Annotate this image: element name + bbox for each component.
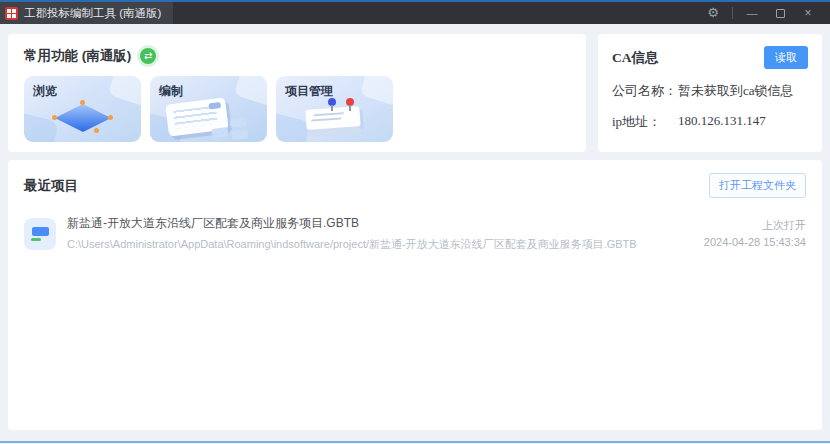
maximize-icon — [776, 9, 785, 18]
project-last-opened: 上次打开 2024-04-28 15:43:34 — [704, 217, 806, 251]
card-project-management-label: 项目管理 — [285, 83, 333, 100]
project-file-icon — [24, 218, 56, 250]
project-name: 新盐通-开放大道东沿线厂区配套及商业服务项目.GBTB — [67, 215, 637, 232]
box-illustration — [305, 106, 360, 130]
last-opened-time: 2024-04-28 15:43:34 — [704, 234, 806, 251]
open-project-folder-button[interactable]: 打开工程文件夹 — [709, 173, 806, 198]
ca-info-header: CA信息 读取 — [612, 46, 808, 69]
window-controls: ⚙ — × — [699, 2, 830, 24]
recent-projects-header: 最近项目 打开工程文件夹 — [24, 173, 806, 198]
window-bottom-accent — [0, 441, 830, 443]
settings-gear-icon[interactable]: ⚙ — [699, 2, 727, 24]
card-edit[interactable]: 编制 — [150, 76, 267, 142]
project-path: C:\Users\Administrator\AppData\Roaming\i… — [67, 237, 637, 252]
common-functions-header: 常用功能 (南通版) ⇄ — [24, 47, 570, 65]
diamond-illustration — [55, 104, 111, 132]
ca-info-panel: CA信息 读取 公司名称： 暂未获取到ca锁信息 ip地址： 180.126.1… — [598, 34, 822, 152]
card-project-management[interactable]: 项目管理 — [276, 76, 393, 142]
company-name-value: 暂未获取到ca锁信息 — [678, 82, 794, 100]
company-name-label: 公司名称： — [612, 82, 678, 100]
app-logo-icon — [5, 7, 18, 20]
card-browse[interactable]: 浏览 — [24, 76, 141, 142]
main-content: 常用功能 (南通版) ⇄ 浏览 编制 — [0, 26, 830, 444]
minimize-button[interactable]: — — [738, 2, 766, 24]
titlebar: 工郡投标编制工具 (南通版) ⚙ — × — [0, 0, 830, 24]
ca-info-title: CA信息 — [612, 49, 659, 67]
recent-projects-panel: 最近项目 打开工程文件夹 新盐通-开放大道东沿线厂区配套及商业服务项目.GBTB… — [8, 160, 822, 430]
project-text: 新盐通-开放大道东沿线厂区配套及商业服务项目.GBTB C:\Users\Adm… — [67, 215, 637, 252]
controls-divider — [732, 7, 733, 19]
recent-projects-title: 最近项目 — [24, 177, 78, 195]
ip-address-value: 180.126.131.147 — [678, 113, 766, 131]
version-switch-icon[interactable]: ⇄ — [140, 48, 156, 64]
common-functions-panel: 常用功能 (南通版) ⇄ 浏览 编制 — [8, 34, 586, 152]
app-tab[interactable]: 工郡投标编制工具 (南通版) — [0, 2, 173, 24]
ip-address-row: ip地址： 180.126.131.147 — [612, 113, 808, 131]
function-cards: 浏览 编制 项目管理 — [24, 76, 570, 142]
ip-address-label: ip地址： — [612, 113, 678, 131]
card-edit-label: 编制 — [159, 83, 183, 100]
read-ca-button[interactable]: 读取 — [764, 46, 808, 69]
top-row: 常用功能 (南通版) ⇄ 浏览 编制 — [8, 34, 822, 152]
company-name-row: 公司名称： 暂未获取到ca锁信息 — [612, 82, 808, 100]
close-button[interactable]: × — [794, 2, 822, 24]
red-pin-icon — [346, 98, 354, 106]
common-functions-title: 常用功能 (南通版) — [24, 47, 131, 65]
card-browse-label: 浏览 — [33, 83, 57, 100]
app-title: 工郡投标编制工具 (南通版) — [24, 6, 161, 21]
maximize-button[interactable] — [766, 2, 794, 24]
app-window: 工郡投标编制工具 (南通版) ⚙ — × 常用功能 (南通版) ⇄ 浏览 — [0, 0, 830, 444]
last-opened-label: 上次打开 — [704, 217, 806, 234]
recent-project-item[interactable]: 新盐通-开放大道东沿线厂区配套及商业服务项目.GBTB C:\Users\Adm… — [24, 215, 806, 252]
